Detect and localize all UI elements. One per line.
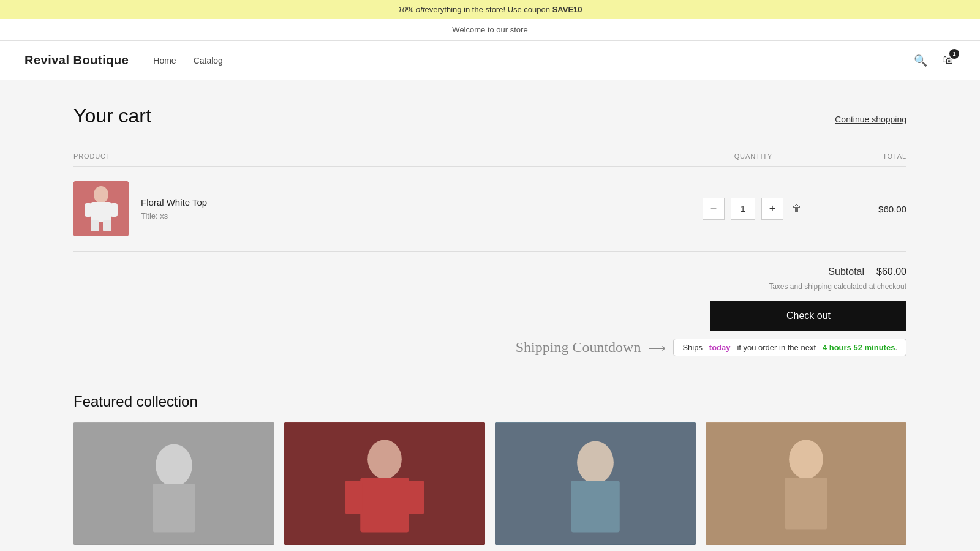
nav-home[interactable]: Home	[153, 56, 176, 66]
featured-title: Featured collection	[74, 393, 907, 410]
featured-section: Featured collection	[49, 393, 931, 551]
shipping-countdown-row: Shipping Countdown ⟶ Ships today if you …	[74, 339, 907, 356]
cart-item-name: Floral White Top	[141, 197, 207, 208]
cart-button[interactable]: 🛍 1	[940, 51, 956, 69]
featured-image-3	[495, 422, 696, 545]
announcement-bar: 10% offeverything in the store! Use coup…	[0, 0, 980, 19]
featured-image-4	[706, 422, 907, 545]
cart-badge: 1	[949, 49, 959, 59]
svg-rect-6	[103, 220, 111, 231]
announcement-italic: 10% off	[398, 5, 424, 14]
shipping-countdown-label: Shipping Countdown	[516, 339, 641, 356]
quantity-controls: − 1 + 🗑	[692, 198, 815, 220]
header-nav: Home Catalog	[153, 56, 911, 66]
svg-point-16	[577, 441, 614, 484]
delete-item-button[interactable]: 🗑	[790, 201, 804, 217]
svg-rect-2	[91, 202, 111, 222]
cart-item-details: Floral White Top Title: xs	[141, 197, 207, 220]
time-text: 4 hours 52 minutes	[823, 343, 895, 352]
welcome-text: Welcome to our store	[452, 25, 527, 34]
subtotal-amount: $60.00	[876, 266, 907, 277]
cart-table-header: PRODUCT QUANTITY TOTAL	[74, 146, 907, 167]
svg-rect-14	[407, 481, 424, 514]
today-text: today	[709, 343, 731, 352]
announcement-text: everything in the store! Use coupon	[425, 5, 551, 14]
search-icon: 🔍	[914, 54, 927, 67]
main-content: Your cart Continue shopping PRODUCT QUAN…	[49, 80, 931, 393]
cart-item-variant: Title: xs	[141, 211, 207, 220]
subtotal-row: Subtotal $60.00	[74, 266, 907, 277]
announcement-coupon: SAVE10	[552, 5, 582, 14]
qty-group: − 1 + 🗑	[703, 198, 804, 220]
cart-item-price: $60.00	[815, 204, 907, 214]
col-total-label: TOTAL	[815, 152, 907, 160]
col-quantity-label: QUANTITY	[692, 152, 815, 160]
svg-point-11	[368, 440, 402, 479]
featured-card-3[interactable]	[495, 422, 696, 545]
decrease-quantity-button[interactable]: −	[703, 198, 725, 220]
col-product-label: PRODUCT	[74, 152, 692, 160]
subtotal-label: Subtotal	[828, 266, 864, 277]
svg-rect-3	[85, 203, 92, 217]
featured-grid	[74, 422, 907, 545]
site-logo[interactable]: Revival Boutique	[24, 53, 129, 67]
svg-rect-12	[360, 478, 409, 532]
subtotal-section: Subtotal $60.00 Taxes and shipping calcu…	[74, 266, 907, 356]
product-image-svg	[74, 181, 129, 236]
quantity-display: 1	[731, 198, 755, 220]
featured-card-4[interactable]	[706, 422, 907, 545]
checkout-button[interactable]: Check out	[710, 301, 907, 331]
variant-value: xs	[160, 211, 168, 220]
svg-point-1	[94, 186, 108, 203]
featured-card-1[interactable]	[74, 422, 274, 545]
search-button[interactable]: 🔍	[911, 51, 930, 70]
svg-rect-9	[153, 484, 195, 533]
tax-note: Taxes and shipping calculated at checkou…	[74, 282, 907, 291]
cart-header: Your cart Continue shopping	[74, 105, 907, 127]
cart-item-image	[74, 181, 129, 236]
svg-point-8	[156, 444, 192, 487]
shipping-countdown-pill: Ships today if you order in the next 4 h…	[673, 339, 907, 356]
shipping-arrow-icon: ⟶	[648, 340, 666, 355]
svg-rect-13	[345, 481, 362, 514]
svg-rect-5	[91, 220, 99, 231]
continue-shopping-button[interactable]: Continue shopping	[835, 114, 907, 124]
welcome-bar: Welcome to our store	[0, 19, 980, 41]
variant-label: Title:	[141, 211, 158, 220]
ships-text: Ships	[682, 343, 703, 352]
product-thumbnail	[74, 181, 129, 236]
svg-point-19	[789, 440, 823, 479]
svg-rect-4	[110, 203, 118, 217]
cart-title: Your cart	[74, 105, 151, 127]
middle-text: if you order in the next	[737, 343, 816, 352]
svg-rect-20	[785, 478, 827, 529]
featured-image-2	[284, 422, 485, 545]
nav-catalog[interactable]: Catalog	[194, 56, 223, 66]
cart-item-info: Floral White Top Title: xs	[74, 181, 692, 236]
increase-quantity-button[interactable]: +	[761, 198, 783, 220]
header-icons: 🔍 🛍 1	[911, 51, 956, 70]
header: Revival Boutique Home Catalog 🔍 🛍 1	[0, 41, 980, 80]
featured-image-1	[74, 422, 274, 545]
svg-rect-17	[571, 481, 620, 532]
cart-item: Floral White Top Title: xs − 1 + 🗑 $60.0…	[74, 167, 907, 252]
featured-card-2[interactable]	[284, 422, 485, 545]
period-text: .	[895, 343, 897, 352]
